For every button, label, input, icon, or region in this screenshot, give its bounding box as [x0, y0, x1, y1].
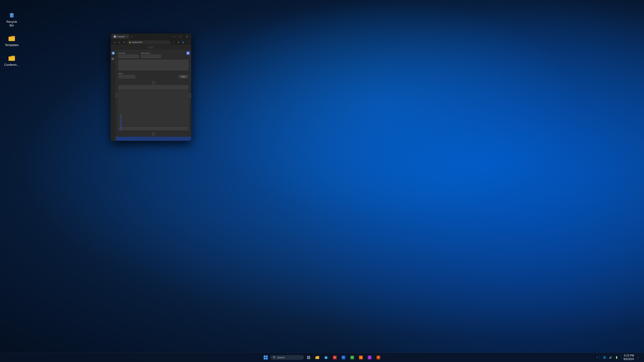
title-bar: M mosspad ✕ + — □ ✕: [111, 33, 191, 39]
share-options-row: share with share options: [118, 52, 188, 58]
lock-icon: 🔒: [129, 41, 131, 43]
new-tab-button[interactable]: +: [130, 34, 134, 38]
taskbar-app-2[interactable]: T: [340, 354, 348, 362]
svg-rect-12: [186, 51, 190, 55]
favorites-button[interactable]: ☆: [172, 40, 176, 44]
nav-actions: ☆ ⚙ 👤 ⋯: [172, 40, 190, 44]
taskbar-app-1[interactable]: m: [331, 354, 339, 362]
svg-rect-1: [10, 13, 14, 14]
app-sidebar: M: [111, 50, 116, 141]
svg-rect-13: [187, 52, 188, 53]
recycle-bin-label: Recycle Bin: [4, 20, 19, 27]
settings-button[interactable]: ⋯: [186, 40, 190, 44]
notifications-button[interactable]: □: [635, 355, 641, 360]
share-with-select[interactable]: [118, 55, 138, 58]
share-button[interactable]: Share: [178, 75, 188, 78]
templates-folder-icon: [8, 34, 16, 42]
collapse-up-icon: ⌃: [153, 82, 154, 84]
note-tags-input[interactable]: [118, 127, 188, 130]
system-clock[interactable]: 6:23 PM 9/5/2024: [624, 354, 634, 361]
url-text: localhost:5217: [132, 41, 143, 43]
extensions-button[interactable]: ⚙: [176, 40, 180, 44]
note-title-input[interactable]: [118, 85, 188, 89]
collapse-down-button[interactable]: ⌄: [152, 132, 155, 135]
collapse-up-button[interactable]: ⌃: [152, 81, 155, 84]
desktop-background: [0, 0, 644, 362]
svg-text:M: M: [114, 36, 116, 37]
share-panel: share with share options: [116, 50, 191, 81]
forward-button[interactable]: ▶: [117, 40, 122, 44]
maximize-button[interactable]: □: [178, 34, 184, 39]
share-with-field: share with: [118, 52, 138, 58]
tab-favicon: M: [114, 35, 116, 38]
browser-window: M mosspad ✕ + — □ ✕ ◀ ▶ ↻ 🔒 localhost:52…: [111, 33, 191, 141]
bottom-bar: [116, 137, 191, 141]
desktop-icon-recycle-bin[interactable]: Recycle Bin: [3, 10, 20, 28]
system-tray: 🌐 🔊 🔋: [602, 355, 619, 360]
tab-close-btn[interactable]: ✕: [126, 36, 128, 37]
menu-line-2: [112, 59, 114, 59]
wallpaper-swirl: [0, 0, 644, 362]
taskbar-file-explorer[interactable]: [313, 354, 321, 362]
task-view-button[interactable]: [304, 354, 312, 362]
start-button[interactable]: [262, 354, 270, 362]
svg-rect-15: [187, 53, 188, 54]
network-icon[interactable]: 🌐: [602, 355, 607, 360]
svg-rect-2: [11, 13, 12, 13]
collapse-down-row: ⌄: [116, 132, 191, 136]
taskbar-edge[interactable]: [322, 354, 330, 362]
templates-label: Templates: [5, 43, 18, 47]
share-options-select[interactable]: [141, 55, 161, 58]
close-button[interactable]: ✕: [184, 34, 190, 39]
address-bar[interactable]: 🔒 localhost:5217: [127, 40, 171, 44]
refresh-button[interactable]: ↻: [122, 40, 126, 44]
svg-rect-19: [264, 358, 266, 360]
battery-icon[interactable]: 🔋: [614, 355, 619, 360]
svg-rect-20: [266, 358, 268, 360]
window-controls: — □ ✕: [171, 34, 190, 39]
tray-divider: [600, 355, 600, 360]
recycle-bin-icon: [8, 11, 16, 19]
clock-time: 6:23 PM: [624, 354, 634, 358]
attach-row: attach Share: [118, 73, 188, 78]
sidebar-menu-icon[interactable]: [112, 58, 115, 60]
blue-accent-bar: [121, 114, 121, 131]
attach-field: attach: [118, 73, 135, 78]
taskbar-app-6[interactable]: R: [374, 354, 382, 362]
taskbar-app-5[interactable]: ♪: [366, 354, 374, 362]
svg-rect-16: [188, 53, 189, 54]
account-button[interactable]: 👤: [181, 40, 185, 44]
active-tab[interactable]: M mosspad ✕: [112, 34, 129, 39]
svg-rect-22: [309, 356, 310, 357]
back-button[interactable]: ◀: [112, 40, 116, 44]
toolbar-handle: ⠿⠿⠿: [148, 46, 154, 49]
clock-date: 9/5/2024: [624, 358, 634, 361]
attach-select[interactable]: [118, 75, 135, 78]
share-message-textarea[interactable]: [118, 60, 188, 70]
conference-folder-icon: [8, 54, 16, 62]
taskbar-app-3[interactable]: ✉: [348, 354, 356, 362]
svg-rect-17: [264, 356, 266, 357]
minimize-button[interactable]: —: [171, 34, 177, 39]
conference-label: Conferen...: [4, 63, 19, 67]
svg-text:M: M: [112, 52, 114, 54]
search-placeholder: Search: [277, 356, 284, 359]
user-avatar[interactable]: [186, 51, 190, 55]
desktop-icon-templates[interactable]: Templates: [3, 33, 20, 48]
note-body-area[interactable]: [118, 90, 188, 126]
navigation-bar: ◀ ▶ ↻ 🔒 localhost:5217 ☆ ⚙ 👤 ⋯: [111, 39, 191, 45]
svg-rect-14: [188, 52, 189, 53]
main-content-area: share with share options: [116, 50, 191, 141]
desktop-icon-conference[interactable]: Conferen...: [3, 53, 20, 68]
taskbar-app-4[interactable]: ≡: [357, 354, 365, 362]
share-options-label: share options: [141, 52, 161, 54]
svg-rect-7: [8, 57, 15, 61]
taskbar-search[interactable]: 🔍 Search: [270, 355, 304, 360]
svg-rect-18: [266, 356, 268, 357]
app-logo[interactable]: M: [111, 51, 115, 56]
share-options-field: share options: [141, 52, 161, 58]
next-arrow-icon: ❯: [190, 94, 191, 96]
show-hidden-icons[interactable]: ∧: [596, 356, 598, 359]
volume-icon[interactable]: 🔊: [608, 355, 613, 360]
note-section: [116, 85, 191, 131]
